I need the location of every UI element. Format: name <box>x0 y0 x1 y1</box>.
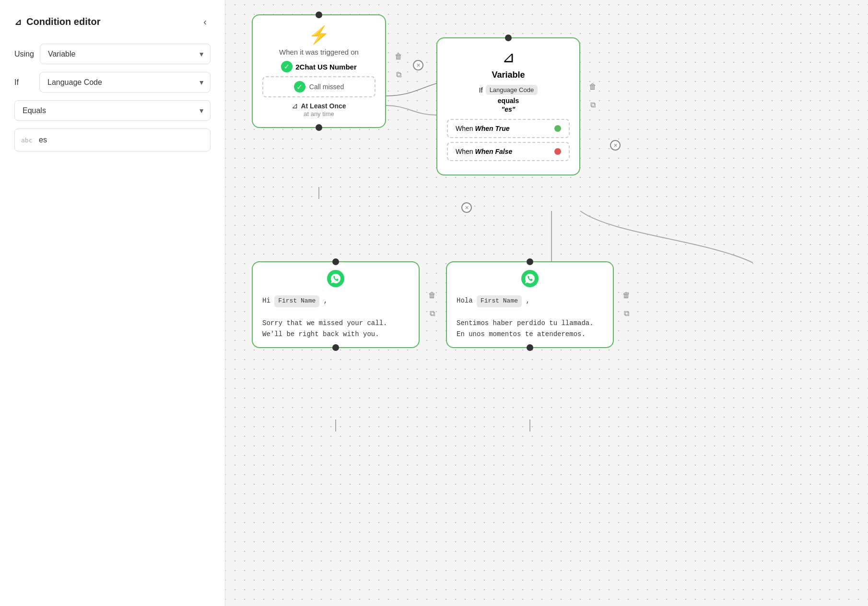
msg-right-delete-button[interactable]: 🗑 <box>619 288 634 303</box>
variable-value: "es" <box>447 105 570 113</box>
variable-true-disconnect-x[interactable]: ✕ <box>461 202 472 213</box>
value-prefix: abc <box>21 137 32 144</box>
trigger-disconnect-x[interactable]: ✕ <box>413 60 423 70</box>
msg-right-top-connector <box>527 258 533 265</box>
when-true-label: When When True <box>456 125 510 132</box>
variable-if-row: If Language Code <box>447 85 570 95</box>
msg-left-top-connector <box>332 258 339 265</box>
value-input[interactable] <box>14 128 211 152</box>
variable-node: ⊿ Variable If Language Code equals "es" … <box>436 37 580 175</box>
trigger-delete-button[interactable]: 🗑 <box>391 49 406 64</box>
variable-duplicate-button[interactable]: ⧉ <box>585 97 600 113</box>
trigger-at-time: at any time <box>262 110 375 117</box>
variable-code-badge: Language Code <box>486 85 538 95</box>
value-input-wrapper: abc <box>14 128 211 152</box>
msg-left-duplicate-button[interactable]: ⧉ <box>424 306 440 321</box>
variable-side-actions: 🗑 ⧉ <box>585 79 600 113</box>
variable-equals: equals <box>447 97 570 105</box>
when-false-dot <box>554 148 561 155</box>
message-node-left: Hi First Name , Sorry that we missed you… <box>252 261 420 348</box>
variable-false-disconnect-x[interactable]: ✕ <box>610 140 621 151</box>
editor-title: ⊿ Condition editor <box>14 16 100 27</box>
missed-call-box: ✓ Call missed <box>262 76 375 97</box>
variable-title: Variable <box>447 70 570 80</box>
trigger-top-connector <box>316 12 322 18</box>
editor-header: ⊿ Condition editor ‹ <box>14 14 211 29</box>
operator-select[interactable]: Equals <box>14 100 211 121</box>
variable-if-label: If <box>479 86 483 94</box>
trigger-filter-icon: ⊿ <box>292 101 298 110</box>
msg-left-body: Hi First Name , Sorry that we missed you… <box>262 295 409 339</box>
msg-left-delete-button[interactable]: 🗑 <box>424 288 440 303</box>
variable-filter-icon: ⊿ <box>447 48 570 66</box>
msg-right-firstname-badge: First Name <box>477 295 522 307</box>
trigger-filter-label: At Least Once <box>301 102 346 110</box>
if-label: If <box>14 78 34 87</box>
if-row: If Language Code ▼ <box>14 72 211 93</box>
editor-title-text: Condition editor <box>26 16 100 27</box>
trigger-channel-row: ✓ 2Chat US Number <box>262 61 375 72</box>
trigger-node: ⚡ When it was triggered on ✓ 2Chat US Nu… <box>252 14 386 128</box>
when-false-label: When When False <box>456 148 512 155</box>
using-label: Using <box>14 50 34 58</box>
trigger-whatsapp-icon: ✓ <box>281 61 293 72</box>
msg-left-firstname-badge: First Name <box>274 295 319 307</box>
filter-icon: ⊿ <box>14 17 22 27</box>
close-chevron-icon: ‹ <box>203 16 207 27</box>
trigger-channel-name: 2Chat US Number <box>295 63 357 71</box>
trigger-side-actions: 🗑 ⧉ <box>391 49 406 82</box>
variable-top-connector <box>505 35 512 41</box>
msg-left-bottom-connector <box>332 344 339 351</box>
missed-call-whatsapp-icon: ✓ <box>294 81 305 93</box>
missed-call-label: Call missed <box>309 83 344 91</box>
msg-right-side-actions: 🗑 ⧉ <box>619 288 634 321</box>
trigger-title: When it was triggered on <box>262 48 375 56</box>
msg-right-whatsapp-icon <box>457 270 603 291</box>
msg-right-body: Hola First Name , Sentimos haber perdido… <box>457 295 603 339</box>
trigger-duplicate-button[interactable]: ⧉ <box>391 67 406 82</box>
operator-row: Equals ▼ <box>14 100 211 121</box>
using-select-wrapper: Variable ▼ <box>40 44 211 64</box>
trigger-bottom-connector <box>316 124 322 131</box>
if-select[interactable]: Language Code <box>39 72 211 93</box>
trigger-lightning-icon: ⚡ <box>262 25 375 45</box>
when-false-box: When When False <box>447 142 570 161</box>
msg-right-duplicate-button[interactable]: ⧉ <box>619 306 634 321</box>
msg-right-bottom-connector <box>527 344 533 351</box>
flow-canvas: ⚡ When it was triggered on ✓ 2Chat US Nu… <box>225 0 868 606</box>
using-row: Using Variable ▼ <box>14 44 211 64</box>
msg-left-side-actions: 🗑 ⧉ <box>424 288 440 321</box>
when-true-box: When When True <box>447 119 570 138</box>
using-select[interactable]: Variable <box>40 44 211 64</box>
if-select-wrapper: Language Code ▼ <box>39 72 211 93</box>
close-editor-button[interactable]: ‹ <box>199 14 211 29</box>
message-node-right: Hola First Name , Sentimos haber perdido… <box>446 261 614 348</box>
msg-left-whatsapp-icon <box>262 270 409 291</box>
operator-select-wrapper: Equals ▼ <box>14 100 211 121</box>
when-true-dot <box>554 125 561 132</box>
trigger-filter-row: ⊿ At Least Once <box>262 101 375 110</box>
condition-editor-panel: ⊿ Condition editor ‹ Using Variable ▼ If… <box>0 0 225 606</box>
variable-delete-button[interactable]: 🗑 <box>585 79 600 94</box>
